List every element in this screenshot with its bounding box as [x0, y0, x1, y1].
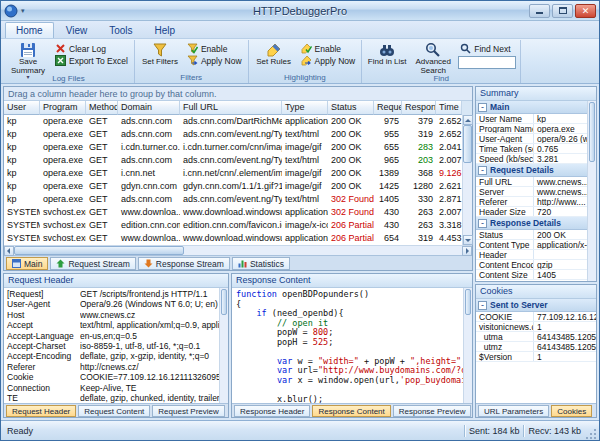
clear-log-button[interactable]: Clear Log [53, 43, 130, 54]
collapse-icon[interactable]: - [478, 103, 487, 112]
grid-cell: 1405 [374, 193, 402, 206]
tab-response-header[interactable]: Response Header [234, 405, 310, 417]
highlighting-apply-now-button[interactable]: Apply Now [299, 55, 358, 66]
grid-cell: 2.652 [436, 128, 462, 141]
export-to-excel-button[interactable]: Export To Excel [53, 55, 130, 66]
filters-apply-now-button[interactable]: Apply Now [185, 55, 244, 66]
collapse-icon[interactable]: - [478, 301, 487, 310]
grid-cell: kp [4, 193, 40, 206]
close-button[interactable]: ✕ [575, 4, 596, 18]
table-row[interactable]: kpopera.exeGETads.cnn.comads.cnn.com/eve… [4, 193, 462, 206]
window-title: HTTPDebuggerPro [1, 5, 599, 17]
column-header-respons[interactable]: Respons... [402, 101, 436, 115]
column-header-status[interactable]: Status [328, 101, 374, 115]
vertical-scroll-thumb[interactable] [221, 289, 227, 315]
view-tab-main[interactable]: Main [6, 257, 48, 270]
find-in-list-button[interactable]: Find in List [366, 41, 408, 67]
set-filters-button[interactable]: Set Filters [139, 41, 181, 67]
minimize-button[interactable] [529, 4, 550, 18]
grid-cell: GET [86, 180, 118, 193]
ribbon-tab-tools[interactable]: Tools [99, 23, 142, 38]
grid-cell: svchost.exe [40, 219, 86, 232]
advanced-search-button[interactable]: Advanced Search [412, 41, 454, 75]
vertical-scroll-thumb[interactable] [465, 289, 471, 315]
filters-enable-checkbox[interactable]: Enable [185, 43, 244, 54]
column-header-reque[interactable]: Reque... [374, 101, 402, 115]
funnel-icon [152, 42, 168, 58]
table-row[interactable]: SYSTEMsvchost.exeGETwww.downloa...www.do… [4, 232, 462, 245]
table-row[interactable]: SYSTEMsvchost.exeGETwww.downloa...www.do… [4, 206, 462, 219]
app-icon[interactable] [4, 4, 18, 18]
grid-cell: GET [86, 115, 118, 128]
horizontal-scroll-thumb[interactable] [14, 246, 184, 255]
table-row[interactable]: kpopera.exeGETads.cnn.comads.cnn.com/eve… [4, 128, 462, 141]
section-header-response-details[interactable]: -Response Details [476, 217, 587, 230]
summary-panel-scrollbar[interactable] [587, 101, 596, 281]
column-header-user[interactable]: User [4, 101, 40, 115]
header-name: Referer [4, 362, 80, 372]
grid-vertical-scrollbar[interactable] [462, 115, 472, 245]
view-tab-response-stream[interactable]: Response Stream [138, 257, 230, 270]
grid-horizontal-scrollbar[interactable] [4, 245, 472, 255]
summary-list[interactable]: -MainUser NamekpProgram Nameopera.exeUse… [476, 101, 587, 281]
section-label: Response Details [490, 218, 561, 228]
column-header-time[interactable]: Time ... [436, 101, 462, 115]
scroll-down-icon[interactable] [463, 235, 473, 245]
property-row: Speed (kb/sec)3.281 [476, 154, 587, 164]
code-token: x.blur(); [236, 394, 323, 404]
ribbon-tab-home[interactable]: Home [5, 22, 54, 38]
section-header-request-details[interactable]: -Request Details [476, 164, 587, 177]
view-tab-statistics[interactable]: Statistics [232, 257, 290, 270]
table-row[interactable]: kpopera.exeGETads.cnn.comads.cnn.com/Dar… [4, 115, 462, 128]
scroll-left-icon[interactable] [4, 246, 14, 256]
view-tab-request-stream[interactable]: Request Stream [50, 257, 135, 270]
grid-cell: ads.cnn.com/event.ng/Type=cli... [180, 128, 282, 141]
section-header-sent-to-server[interactable]: -Sent to Server [476, 299, 596, 312]
column-header-full-url[interactable]: Full URL [180, 101, 282, 115]
tab-request-content[interactable]: Request Content [78, 405, 150, 417]
find-next-button[interactable]: Find Next [458, 43, 516, 54]
response-panel-scrollbar[interactable] [463, 288, 472, 403]
section-header-main[interactable]: -Main [476, 101, 587, 114]
scroll-track[interactable] [184, 246, 462, 255]
table-row[interactable]: kpopera.exeGETgdyn.cnn.comgdyn.cnn.com/1… [4, 180, 462, 193]
resize-grip-icon[interactable] [585, 428, 597, 440]
request-header-entry: User-AgentOpera/9.26 (Windows NT 6.0; U;… [4, 299, 219, 309]
find-search-input[interactable] [458, 56, 516, 69]
tab-request-preview[interactable]: Request Preview [152, 405, 224, 417]
code-token: var [277, 356, 292, 366]
vertical-scroll-thumb[interactable] [589, 102, 595, 162]
table-row[interactable]: kpopera.exeGETads.cnn.comads.cnn.com/eve… [4, 154, 462, 167]
tab-cookies[interactable]: Cookies [551, 405, 592, 417]
column-header-type[interactable]: Type [282, 101, 328, 115]
title-bar[interactable]: ▾ HTTPDebuggerPro ✕ [1, 1, 599, 21]
maximize-button[interactable] [552, 4, 573, 18]
ribbon-tab-help[interactable]: Help [145, 23, 186, 38]
magnifier-icon [460, 43, 471, 54]
column-header-method[interactable]: Method [86, 101, 118, 115]
tab-url-parameters[interactable]: URL Parameters [478, 405, 549, 417]
vertical-scroll-thumb[interactable] [463, 125, 472, 163]
tab-request-header[interactable]: Request Header [6, 405, 76, 417]
table-row[interactable]: SYSTEMsvchost.exeGETedition.cnn.comediti… [4, 219, 462, 232]
column-header-domain[interactable]: Domain [118, 101, 180, 115]
response-code[interactable]: function openBDPopunders(){ if (need_ope… [232, 288, 463, 403]
collapse-icon[interactable]: - [478, 166, 487, 175]
highlighting-enable-checkbox[interactable]: Enable [299, 43, 358, 54]
cookies-list[interactable]: -Sent to ServerCOOKIE77.109.12.16.121113… [476, 299, 596, 403]
set-rules-button[interactable]: Set Rules [253, 41, 295, 67]
quick-access-dropdown-icon[interactable]: ▾ [21, 7, 25, 15]
scroll-right-icon[interactable] [462, 246, 472, 256]
request-panel-scrollbar[interactable] [219, 288, 228, 403]
table-row[interactable]: kpopera.exeGETi.cdn.turner.co...i.cdn.tu… [4, 141, 462, 154]
ribbon-tab-view[interactable]: View [56, 23, 98, 38]
scroll-up-icon[interactable] [463, 115, 473, 125]
collapse-icon[interactable]: - [478, 219, 487, 228]
tab-response-content[interactable]: Response Content [312, 405, 390, 417]
table-row[interactable]: kpopera.exeGETi.cnn.neti.cnn.net/cnn/.el… [4, 167, 462, 180]
column-header-program[interactable]: Program [40, 101, 86, 115]
group-by-panel[interactable]: Drag a column header here to group by th… [4, 87, 472, 101]
tab-response-preview[interactable]: Response Preview [393, 405, 472, 417]
scroll-track[interactable] [463, 163, 472, 235]
request-header-list[interactable]: [Request]GET /scripts/frontend.js HTTP/1… [4, 288, 219, 403]
